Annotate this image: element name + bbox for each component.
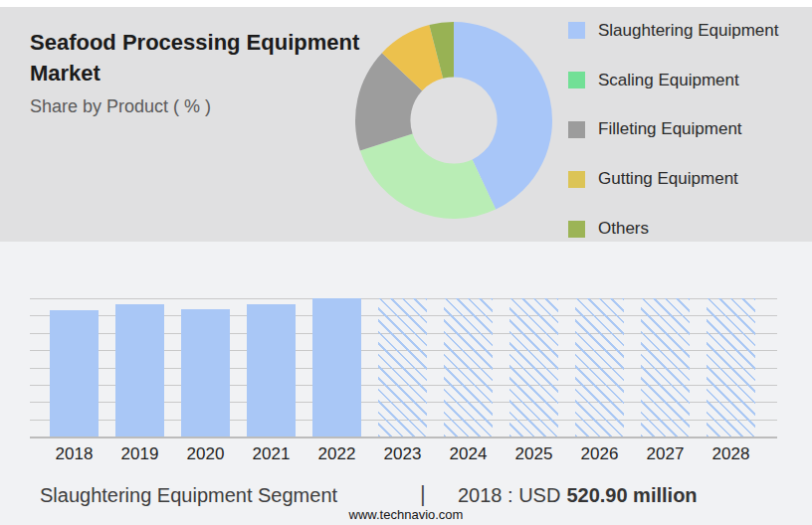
forecast-bar-2026 [575,298,624,437]
forecast-bar-2025 [509,298,558,437]
bar-2018 [50,310,99,437]
x-axis-label: 2023 [370,444,436,464]
bar-2020 [181,309,230,437]
x-axis-label: 2019 [107,444,173,464]
website-text: www.technavio.com [0,507,812,522]
x-axis-label: 2020 [173,444,239,464]
bar-2022 [312,298,361,437]
x-axis-label: 2022 [304,444,370,464]
labeled-value: 2018 : USD520.90 million [458,484,698,507]
caption-separator: | [420,481,426,507]
value-prefix: 2018 : USD [458,484,560,506]
bar-2021 [247,304,296,437]
x-axis-line [30,437,777,438]
x-axis-label: 2021 [239,444,304,464]
infographic: Seafood Processing Equipment Market Shar… [0,0,812,525]
x-axis-label: 2018 [42,444,107,464]
forecast-bar-2023 [378,298,427,437]
forecast-bar-2024 [444,298,493,437]
x-axis-label: 2025 [502,444,567,464]
x-axis-label: 2024 [436,444,502,464]
x-axis-label: 2027 [633,444,699,464]
x-axis-label: 2028 [699,444,764,464]
x-axis-label: 2026 [567,444,633,464]
bar-2019 [115,304,164,437]
bar-chart: 2018201920202021202220232024202520262027… [0,0,812,525]
forecast-bar-2027 [641,298,690,437]
value-bold: 520.90 million [566,484,697,506]
segment-label: Slaughtering Equipment Segment [40,484,337,507]
forecast-bar-2028 [707,298,755,437]
